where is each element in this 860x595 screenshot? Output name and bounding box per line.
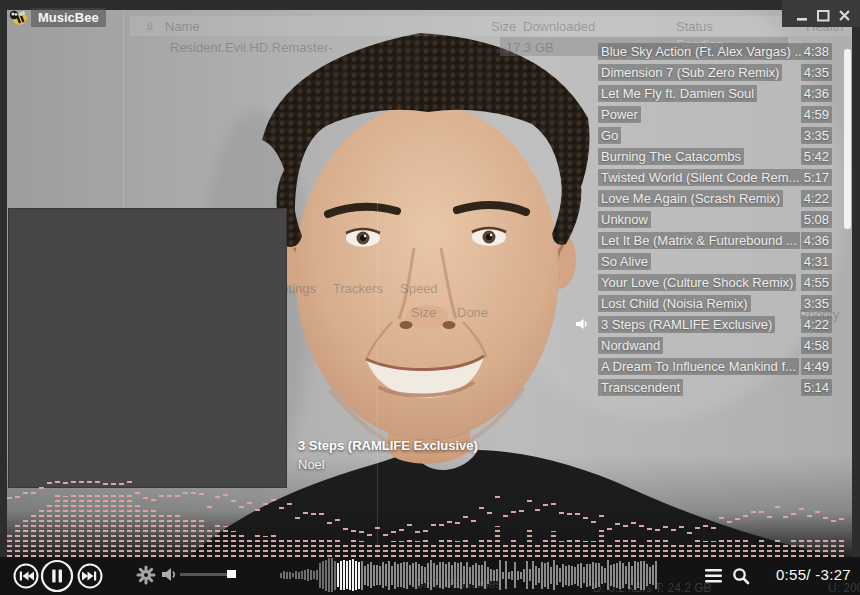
waveform-bar [529,569,531,581]
waveform-bar [427,563,429,588]
waveform-bar [643,561,645,590]
gear-icon[interactable] [136,565,156,589]
bgapp-pane-edge [377,200,378,556]
waveform-bar [388,561,390,590]
waveform-bar [337,563,339,587]
speaker-icon[interactable] [161,567,179,586]
playlist-row[interactable]: 3 Steps (RAMLIFE Exclusive)4:22 [560,314,845,335]
playlist-row[interactable]: So Alive4:31 [560,251,845,272]
waveform-bar [463,566,465,584]
track-title: Your Love (Culture Shock Remix) [598,274,796,291]
playlist-row[interactable]: Burning The Catacombs5:42 [560,146,845,167]
waveform-bar [445,564,447,587]
pause-button[interactable] [40,559,74,595]
waveform-bar [448,562,450,588]
waveform-bar [292,573,294,577]
waveform-bar [415,562,417,589]
now-playing-title: 3 Steps (RAMLIFE Exclusive) [298,438,478,453]
bgapp-text: Downloaded [523,19,595,34]
track-title: Unknow [598,211,651,228]
waveform-bar [457,563,459,588]
waveform-bar [394,562,396,589]
waveform-bar [400,563,402,587]
track-duration: 4:49 [801,358,832,375]
waveform-bar [328,558,330,592]
playlist-row[interactable]: A Dream To Influence Mankind f...4:49 [560,356,845,377]
minimize-icon[interactable] [796,9,809,22]
bgapp-text: Resident.Evil.HD.Remaster- [170,40,333,55]
waveform-bar [616,563,618,588]
waveform-bar [586,564,588,587]
waveform-bar [595,563,597,588]
waveform-bar [655,561,657,589]
menu-icon[interactable] [705,568,722,588]
close-icon[interactable] [838,9,851,22]
window-frame-top [0,0,860,10]
waveform-bar [490,569,492,581]
playlist-row[interactable]: Twisted World (Silent Code Rem...5:17 [560,167,845,188]
track-duration: 4:31 [801,253,832,270]
waveform-bar [475,563,477,588]
waveform-bar [409,565,411,585]
waveform-seekbar[interactable] [280,559,658,591]
track-title: Twisted World (Silent Code Rem... [598,169,801,186]
now-playing-artist: Noel [298,457,478,472]
waveform-bar [589,564,591,586]
waveform-bar [610,565,612,586]
window-title: MusicBee [31,8,106,27]
playlist-row[interactable]: Nordwand4:58 [560,335,845,356]
bgapp-text: Done [457,305,488,320]
track-duration: 4:38 [801,43,832,60]
album-art-panel[interactable] [8,208,287,488]
search-icon[interactable] [732,567,750,589]
track-duration: 5:42 [801,148,832,165]
bgapp-text: Trackers [333,281,383,296]
waveform-bar [355,561,357,590]
track-title: 3 Steps (RAMLIFE Exclusive) [598,316,775,333]
waveform-bar [478,565,480,586]
track-duration: 5:08 [801,211,832,228]
window-controls [796,7,856,23]
waveform-bar [574,567,576,584]
waveform-bar [313,571,315,579]
waveform-bar [421,566,423,584]
track-duration: 4:59 [801,106,832,123]
window-frame-right [852,0,860,595]
playlist-row[interactable]: Unknow5:08 [560,209,845,230]
track-title: Nordwand [598,337,663,354]
waveform-bar [553,560,555,590]
waveform-bar [361,561,363,590]
playlist-scrollbar[interactable] [844,49,851,229]
playlist-row[interactable]: Transcendent5:14 [560,377,845,398]
bgapp-text: 17.3 GB [506,40,554,55]
playlist-row[interactable]: Love Me Again (Scrash Remix)4:22 [560,188,845,209]
previous-button[interactable] [12,562,40,594]
waveform-bar [469,567,471,584]
maximize-icon[interactable] [817,9,830,22]
playlist-row[interactable]: Go3:35 [560,125,845,146]
waveform-bar [628,562,630,589]
next-button[interactable] [76,562,104,594]
waveform-bar [607,560,609,590]
playlist-row[interactable]: Lost Child (Noisia Remix)3:35 [560,293,845,314]
waveform-bar [406,562,408,589]
waveform-bar [349,560,351,590]
waveform-bar [613,564,615,587]
playlist-row[interactable]: Your Love (Culture Shock Remix)4:55 [560,272,845,293]
waveform-bar [391,566,393,585]
volume-handle[interactable] [227,570,236,578]
musicbee-window: { "window": { "title": "MusicBee", "butt… [0,0,860,595]
playlist-row[interactable]: Blue Sky Action (Ft. Alex Vargas) ...4:3… [560,41,845,62]
playlist-row[interactable]: Let Me Fly ft. Damien Soul4:36 [560,83,845,104]
playlist-row[interactable]: Power4:59 [560,104,845,125]
playlist-row[interactable]: Dimension 7 (Sub Zero Remix)4:35 [560,62,845,83]
waveform-bar [517,571,519,580]
track-duration: 3:35 [801,295,832,312]
waveform-bar [286,572,288,579]
waveform-bar [604,568,606,583]
waveform-bar [325,560,327,591]
waveform-bar [577,564,579,586]
waveform-bar [367,564,369,586]
waveform-bar [331,558,333,592]
playlist-row[interactable]: Let It Be (Matrix & Futurebound ...4:36 [560,230,845,251]
